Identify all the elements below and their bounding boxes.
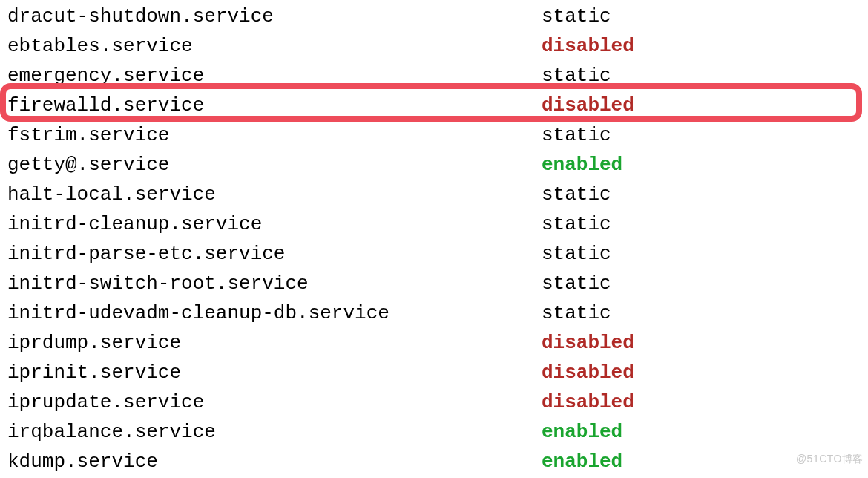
service-name: dracut-shutdown.service [7,1,542,31]
service-name: iprupdate.service [7,387,542,417]
service-status: disabled [542,91,634,120]
service-row: initrd-parse-etc.servicestatic [7,239,868,269]
service-status: enabled [542,150,622,180]
service-status: static [542,239,611,269]
service-status: static [542,180,611,209]
service-status: disabled [542,31,634,61]
service-status: disabled [542,328,634,358]
service-name: firewalld.service [7,91,542,120]
service-row: initrd-switch-root.servicestatic [7,269,868,298]
service-row: emergency.servicestatic [7,61,868,91]
service-row: irqbalance.serviceenabled [7,417,868,447]
service-list: dracut-shutdown.servicestaticebtables.se… [7,1,868,477]
service-row: halt-local.servicestatic [7,180,868,209]
service-name: iprdump.service [7,328,542,358]
service-row: firewalld.servicedisabled [7,91,868,120]
service-status: disabled [542,387,634,417]
service-row: iprinit.servicedisabled [7,358,868,387]
service-name: initrd-udevadm-cleanup-db.service [7,298,542,328]
service-name: ebtables.service [7,31,542,61]
service-row: iprupdate.servicedisabled [7,387,868,417]
service-name: getty@.service [7,150,542,180]
service-status: static [542,298,611,328]
service-name: initrd-switch-root.service [7,269,542,298]
service-status: static [542,120,611,150]
service-name: fstrim.service [7,120,542,150]
service-name: irqbalance.service [7,417,542,447]
service-name: kdump.service [7,447,542,477]
service-status: static [542,209,611,239]
service-row: iprdump.servicedisabled [7,328,868,358]
service-row: ebtables.servicedisabled [7,31,868,61]
service-row: kdump.serviceenabled [7,447,868,477]
service-name: emergency.service [7,61,542,91]
service-name: halt-local.service [7,180,542,209]
service-row: initrd-udevadm-cleanup-db.servicestatic [7,298,868,328]
service-row: dracut-shutdown.servicestatic [7,1,868,31]
watermark: @51CTO博客 [796,444,864,474]
service-name: iprinit.service [7,358,542,387]
service-status: static [542,1,611,31]
service-status: static [542,269,611,298]
service-status: enabled [542,447,622,477]
service-name: initrd-cleanup.service [7,209,542,239]
service-status: enabled [542,417,622,447]
service-row: fstrim.servicestatic [7,120,868,150]
service-status: disabled [542,358,634,387]
service-row: getty@.serviceenabled [7,150,868,180]
service-status: static [542,61,611,91]
service-name: initrd-parse-etc.service [7,239,542,269]
service-row: initrd-cleanup.servicestatic [7,209,868,239]
